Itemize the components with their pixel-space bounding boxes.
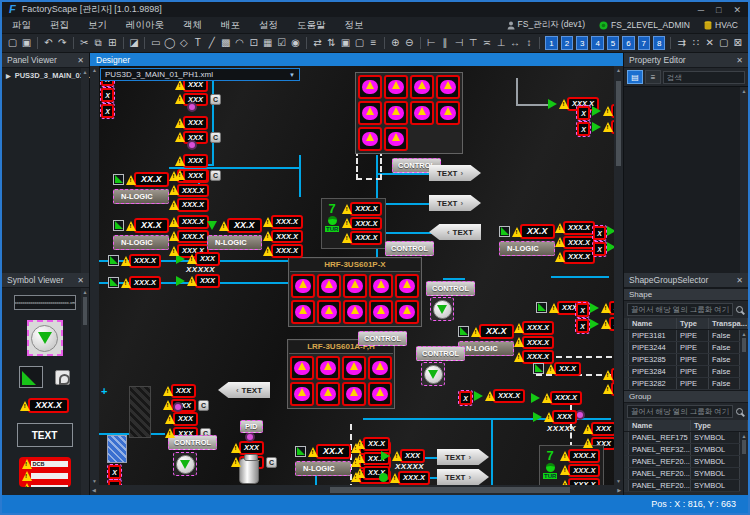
symbol-text-item[interactable]: TEXT [17, 423, 73, 447]
c-button[interactable]: C [266, 457, 277, 468]
alarm-indicator[interactable]: XXX.X [263, 215, 303, 229]
n-logic-button[interactable]: N-LOGIC [207, 235, 262, 250]
alarm-cluster[interactable]: XX.XN-LOGICXXX.XXXX.XXXX.X [207, 218, 262, 250]
layer-button-3[interactable]: 3 [576, 36, 588, 50]
panel-new-icon[interactable]: ▢ [6, 35, 19, 51]
text-icon[interactable]: T [191, 35, 204, 51]
zoom-in-icon[interactable]: ⊕ [389, 35, 402, 51]
symbol-grid-panel[interactable]: HRF-3US601P-X [288, 257, 422, 327]
valve-symbol-cell[interactable] [395, 300, 419, 324]
alarm-indicator[interactable]: XXX [175, 116, 221, 130]
layer-button-2[interactable]: 2 [561, 36, 573, 50]
alarm-indicator[interactable]: XXX [231, 441, 277, 455]
alarm-indicator[interactable]: XXX.X [607, 240, 614, 254]
n-logic-button[interactable]: N-LOGIC [295, 461, 351, 476]
minimize-button[interactable]: ─ [698, 5, 704, 15]
alarm-indicator[interactable]: XXX [603, 382, 614, 396]
symbol-alarm-item[interactable]: XXX.X [20, 398, 69, 413]
menu-item-8[interactable]: 정보 [345, 19, 364, 32]
column-header-name[interactable]: Name [629, 318, 677, 329]
x-indicator[interactable]: X [459, 391, 472, 405]
valve-symbol-cell[interactable] [410, 75, 434, 99]
symbol-file-item[interactable]: xxxxxxxxxxxxxxxxxxxxxxxxxxxx.xml [14, 295, 76, 310]
table-icon[interactable]: ▦ [261, 35, 274, 51]
control-button[interactable]: CONTROL [416, 346, 465, 361]
panel-icon[interactable]: ⊡ [247, 35, 260, 51]
symbol-grid-panel[interactable] [355, 72, 463, 154]
scroll-up-icon[interactable]: ▲ [742, 331, 747, 337]
alarm-indicator[interactable]: XXX [165, 412, 211, 426]
alarm-indicator[interactable]: XXX.X [263, 230, 303, 244]
panel-file-combobox[interactable]: PUS3D_3_MAIN_01_PH1.xml ▼ [100, 68, 300, 81]
table-row[interactable]: PIPE3285PIPEFalse [624, 354, 740, 366]
valve-symbol-cell[interactable] [368, 356, 392, 380]
group-grid-scrollbar[interactable]: ▲ [740, 432, 748, 492]
symbol-corner-flag-item[interactable] [19, 366, 43, 388]
ellipse-icon[interactable]: ◯ [163, 35, 176, 51]
close-button[interactable]: ✕ [733, 5, 741, 15]
x-indicator[interactable]: X [101, 104, 114, 118]
pid-button[interactable]: PID [240, 420, 263, 433]
alarm-indicator[interactable]: XXXC [175, 169, 221, 183]
alarm-indicator[interactable]: XXX.X [555, 236, 595, 250]
alarm-indicator[interactable]: XX.X [533, 362, 581, 376]
column-header-type[interactable]: Type [691, 420, 748, 431]
image-icon[interactable]: ▩ [219, 35, 232, 51]
n-logic-button[interactable]: N-LOGIC [499, 241, 555, 256]
alarm-indicator[interactable]: XXX [176, 252, 220, 266]
valve-symbol-cell[interactable] [410, 101, 434, 125]
alarm-indicator[interactable]: XX.X [295, 444, 351, 459]
menu-item-5[interactable]: 배포 [221, 19, 240, 32]
valve-symbol-cell[interactable] [291, 274, 315, 298]
copy-icon[interactable]: ⧉ [92, 35, 105, 51]
n-logic-button[interactable]: N-LOGIC [113, 189, 169, 204]
alarm-stack[interactable]: XXX.XXXX.XXXX.X [263, 215, 303, 258]
alarm-indicator[interactable]: XX.X [207, 218, 262, 233]
alarm-indicator[interactable]: XXX [603, 368, 614, 382]
scroll-up-icon[interactable]: ▲ [83, 289, 88, 295]
shape-group-search-input[interactable] [627, 303, 733, 316]
alarm-indicator[interactable]: XX.X [458, 324, 514, 339]
alarm-indicator[interactable]: XXX.X [560, 449, 600, 463]
table-row[interactable]: PANEL_REF175SYMBOL [624, 432, 740, 444]
x-indicator[interactable]: X [101, 88, 114, 102]
property-list-view-button[interactable]: ≡ [645, 70, 661, 84]
flip-h-icon[interactable]: ⇄ [311, 35, 324, 51]
valve-symbol-cell[interactable] [369, 300, 393, 324]
alarm-indicator[interactable]: XXX.X [263, 244, 303, 258]
symbol-dcb-item[interactable]: DCB [19, 457, 71, 487]
valve-symbol-cell[interactable] [316, 382, 340, 406]
cut-icon[interactable]: ✂ [78, 35, 91, 51]
c-button[interactable]: C [210, 132, 221, 143]
window-new-icon[interactable]: ▢ [717, 35, 730, 51]
alarm-pair[interactable]: XXXXXXC [163, 384, 209, 412]
text-arrow[interactable]: TEXT› [437, 469, 489, 485]
alarm-indicator[interactable]: XX.X [113, 218, 169, 233]
property-category-view-button[interactable]: ▤ [627, 70, 643, 84]
alarm-indicator[interactable]: XXX.X [379, 471, 430, 485]
close-icon[interactable]: ✕ [736, 56, 743, 65]
alarm-indicator[interactable]: XXX.X [169, 230, 209, 244]
valve-symbol[interactable] [173, 452, 197, 476]
alarm-indicator[interactable]: XXX.X [607, 224, 614, 238]
alarm-indicator[interactable]: XXX.X [514, 336, 554, 350]
control-button[interactable]: CONTROL [385, 241, 434, 256]
symbol-grid-panel[interactable]: LRF-3US601A-F,H [287, 339, 395, 409]
scrollbar-thumb[interactable] [330, 487, 570, 493]
scroll-down-icon[interactable]: ▼ [92, 478, 97, 484]
alarm-indicator[interactable]: XXXC [163, 399, 209, 413]
column-header-type[interactable]: Type [677, 318, 709, 329]
align-top-icon[interactable]: ⊤ [467, 35, 480, 51]
symbol-image-item[interactable] [55, 370, 70, 385]
table-row[interactable]: PIPE3284PIPEFalse [624, 366, 740, 378]
panel-viewer-scrollbar[interactable]: ▲ [81, 68, 89, 273]
group-search-input[interactable] [627, 405, 733, 418]
c-button[interactable]: C [210, 170, 221, 181]
text-arrow[interactable]: ‹TEXT [218, 382, 270, 398]
alarm-cluster[interactable]: XX.XN-LOGICXXX.XXXX.XXXX.X [499, 224, 555, 256]
pipe-line[interactable] [423, 457, 438, 459]
same-width-icon[interactable]: ↔ [509, 35, 522, 51]
valve-symbol-cell[interactable] [384, 75, 408, 99]
alarm-indicator[interactable]: XXX.X [590, 317, 614, 331]
alarm-indicator[interactable]: XXX.X [592, 104, 614, 118]
